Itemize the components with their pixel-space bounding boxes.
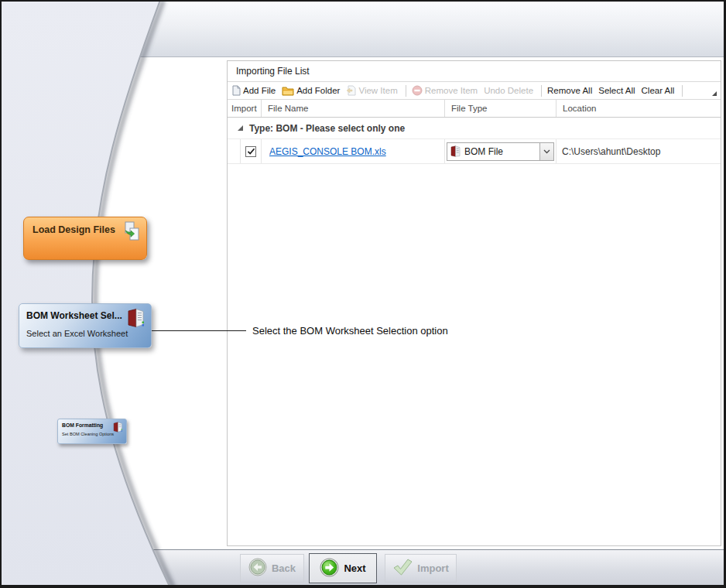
group-header-row[interactable]: Type: BOM - Please select only one: [228, 118, 721, 139]
toolbar-label: Undo Delete: [484, 86, 533, 95]
undo-delete-button[interactable]: Undo Delete: [484, 86, 533, 95]
bom-book-icon: [450, 145, 461, 157]
import-button[interactable]: Import: [385, 554, 457, 583]
column-header-file-name[interactable]: File Name: [261, 100, 444, 117]
toolbar-label: Add File: [243, 86, 276, 95]
collapse-expander-icon[interactable]: [238, 125, 243, 131]
bom-book-icon: [113, 422, 123, 432]
toolbar-separator: [682, 85, 683, 97]
file-name-link[interactable]: AEGIS_CONSOLE BOM.xls: [269, 146, 386, 157]
toolbar-separator: [406, 85, 406, 97]
next-button[interactable]: Next: [309, 553, 377, 583]
button-label: Next: [344, 562, 365, 574]
import-check-icon: [392, 559, 413, 578]
callout-line: [152, 330, 246, 331]
clear-all-button[interactable]: Clear All: [642, 86, 675, 95]
back-arrow-icon: [248, 558, 267, 579]
step-bom-formatting[interactable]: BOM Formatting Set BOM Cleaning Options: [57, 419, 127, 444]
callout-text: Select the BOM Worksheet Selection optio…: [252, 325, 448, 337]
button-label: Import: [417, 562, 448, 574]
import-cell: [241, 139, 261, 163]
add-file-button[interactable]: Add File: [232, 85, 276, 96]
bom-book-icon: [127, 308, 146, 328]
toolbar-label: View Item: [358, 86, 397, 95]
location-cell: C:\Users\ahunt\Desktop: [556, 139, 721, 163]
toolbar-label: Remove Item: [425, 86, 478, 95]
add-file-icon: [232, 85, 241, 96]
load-files-icon: [122, 221, 141, 242]
file-type-combobox[interactable]: BOM File: [447, 142, 554, 161]
toolbar-separator: [541, 85, 542, 97]
column-header-location[interactable]: Location: [556, 100, 721, 117]
remove-item-icon: [412, 85, 423, 96]
button-label: Back: [272, 562, 296, 574]
step-subtitle: Select an Excel Worksheet: [19, 329, 151, 338]
table-header-row: Import File Name File Type Location: [228, 100, 721, 118]
group-header-label: Type: BOM - Please select only one: [249, 123, 405, 134]
file-list-toolbar: Add File Add Folder View Item Remove Ite…: [228, 82, 721, 100]
column-header-file-type[interactable]: File Type: [444, 100, 556, 117]
step-load-design-files[interactable]: Load Design Files: [23, 217, 147, 260]
toolbar-label: Select All: [598, 86, 635, 95]
importing-file-list-panel: Importing File List Add File Add Folder …: [227, 60, 721, 546]
remove-all-button[interactable]: Remove All: [547, 86, 592, 95]
toolbar-label: Clear All: [642, 86, 675, 95]
file-type-cell: BOM File: [444, 139, 556, 163]
remove-item-button[interactable]: Remove Item: [412, 85, 478, 96]
toolbar-overflow-grip[interactable]: [712, 91, 717, 96]
import-checkbox[interactable]: [245, 146, 256, 157]
toolbar-label: Remove All: [547, 86, 592, 95]
table-row[interactable]: AEGIS_CONSOLE BOM.xls BOM File C:\Users\…: [228, 139, 721, 164]
view-item-button[interactable]: View Item: [346, 85, 397, 96]
step-bom-worksheet-selection[interactable]: BOM Worksheet Sel... Select an Excel Wor…: [19, 303, 152, 348]
panel-title: Importing File List: [228, 61, 721, 82]
combo-dropdown-button[interactable]: [539, 143, 553, 160]
file-type-value: BOM File: [464, 146, 539, 157]
next-arrow-icon: [320, 558, 339, 579]
toolbar-label: Add Folder: [296, 86, 340, 95]
add-folder-icon: [282, 86, 294, 96]
add-folder-button[interactable]: Add Folder: [282, 86, 340, 96]
column-header-import[interactable]: Import: [228, 100, 261, 117]
view-item-icon: [346, 85, 356, 96]
file-name-cell: AEGIS_CONSOLE BOM.xls: [261, 139, 444, 163]
row-gutter: [228, 139, 241, 163]
back-button[interactable]: Back: [240, 554, 304, 583]
select-all-button[interactable]: Select All: [598, 86, 635, 95]
